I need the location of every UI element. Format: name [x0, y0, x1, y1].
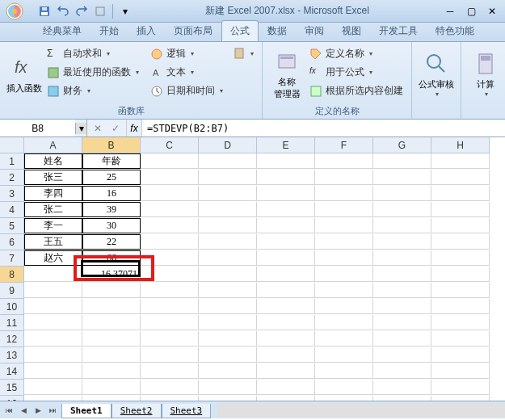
- cell[interactable]: [199, 363, 257, 379]
- financial-button[interactable]: 财务▾: [44, 82, 142, 99]
- cell[interactable]: [141, 153, 199, 169]
- cell[interactable]: [257, 153, 315, 169]
- cell[interactable]: [199, 186, 257, 201]
- cell[interactable]: [24, 396, 82, 401]
- tab-insert[interactable]: 插入: [128, 20, 165, 41]
- cell[interactable]: [199, 396, 257, 401]
- row-header-15[interactable]: 15: [0, 380, 24, 396]
- cell[interactable]: [315, 170, 373, 185]
- cell[interactable]: [141, 283, 199, 298]
- cell[interactable]: [315, 250, 373, 266]
- horizontal-scrollbar[interactable]: [217, 403, 505, 418]
- tab-dev[interactable]: 开发工具: [370, 20, 427, 41]
- row-header-6[interactable]: 6: [0, 234, 24, 250]
- cell[interactable]: [82, 315, 141, 330]
- save-icon[interactable]: [36, 2, 53, 20]
- tab-data[interactable]: 数据: [259, 20, 296, 41]
- sheet-tab-3[interactable]: Sheet3: [162, 404, 212, 418]
- row-header-2[interactable]: 2: [0, 170, 24, 186]
- cell[interactable]: [199, 218, 257, 233]
- select-all-corner[interactable]: [0, 137, 24, 153]
- cell[interactable]: [141, 331, 199, 346]
- cell-B8[interactable]: 16.37071: [82, 267, 141, 282]
- cell-B1[interactable]: 年龄: [82, 153, 141, 169]
- cell[interactable]: [431, 299, 490, 314]
- cell[interactable]: [257, 218, 315, 233]
- sheet-tab-1[interactable]: Sheet1: [61, 404, 112, 418]
- cell[interactable]: [199, 153, 257, 169]
- tab-layout[interactable]: 页面布局: [165, 20, 221, 41]
- tab-view[interactable]: 视图: [333, 20, 370, 41]
- cell-A3[interactable]: 李四: [24, 186, 82, 201]
- cell[interactable]: [257, 186, 315, 201]
- cell[interactable]: [82, 299, 141, 314]
- cell-B3[interactable]: 16: [82, 186, 141, 201]
- cell[interactable]: [141, 347, 199, 363]
- unknown-icon[interactable]: [91, 2, 109, 20]
- tab-formulas[interactable]: 公式: [221, 20, 259, 41]
- cell[interactable]: [257, 250, 315, 266]
- cell[interactable]: [199, 380, 257, 395]
- cell-A1[interactable]: 姓名: [24, 153, 82, 169]
- row-header-9[interactable]: 9: [0, 283, 24, 299]
- cell[interactable]: [141, 234, 199, 250]
- use-in-formula-button[interactable]: fx用于公式▾: [306, 64, 406, 81]
- cell[interactable]: [373, 363, 431, 379]
- cell[interactable]: [141, 202, 199, 217]
- cell[interactable]: [141, 363, 199, 379]
- office-button[interactable]: [3, 2, 32, 21]
- cell-B6[interactable]: 22: [82, 234, 141, 250]
- cell[interactable]: [199, 170, 257, 185]
- formula-audit-button[interactable]: 公式审核▾: [417, 45, 456, 103]
- cell[interactable]: [141, 380, 199, 395]
- cell[interactable]: [315, 218, 373, 233]
- cell[interactable]: [24, 363, 82, 379]
- recent-functions-button[interactable]: 最近使用的函数▾: [44, 64, 142, 81]
- cell[interactable]: [431, 396, 490, 401]
- cell[interactable]: [257, 299, 315, 314]
- cell[interactable]: [257, 363, 315, 379]
- row-header-13[interactable]: 13: [0, 347, 24, 363]
- cell[interactable]: [373, 347, 431, 363]
- cell[interactable]: [431, 315, 490, 330]
- cell[interactable]: [431, 186, 490, 201]
- row-header-14[interactable]: 14: [0, 363, 24, 380]
- cell[interactable]: [199, 234, 257, 250]
- cell[interactable]: [373, 283, 431, 298]
- cell[interactable]: [24, 331, 82, 346]
- more-functions-button[interactable]: ▾: [229, 45, 257, 61]
- fx-button[interactable]: fx: [126, 120, 142, 136]
- row-header-8[interactable]: 8: [0, 267, 24, 283]
- cell-B7[interactable]: 66: [82, 250, 141, 266]
- name-box-dropdown[interactable]: ▾: [75, 123, 86, 134]
- cell[interactable]: [431, 170, 490, 185]
- cell[interactable]: [315, 396, 373, 401]
- qat-dropdown-icon[interactable]: ▾: [116, 2, 134, 20]
- cancel-icon[interactable]: ✕: [90, 121, 105, 136]
- cell[interactable]: [315, 267, 373, 282]
- cell[interactable]: [431, 347, 490, 363]
- cell-B4[interactable]: 39: [82, 202, 141, 217]
- cell[interactable]: [257, 202, 315, 217]
- cell[interactable]: [373, 218, 431, 233]
- datetime-button[interactable]: 日期和时间▾: [147, 82, 226, 99]
- row-header-10[interactable]: 10: [0, 299, 24, 315]
- cell[interactable]: [257, 234, 315, 250]
- cell-A5[interactable]: 李一: [24, 218, 82, 233]
- row-header-4[interactable]: 4: [0, 202, 24, 218]
- cell[interactable]: [199, 299, 257, 314]
- cell[interactable]: [257, 331, 315, 346]
- autosum-button[interactable]: Σ自动求和▾: [44, 45, 142, 62]
- row-header-5[interactable]: 5: [0, 218, 24, 234]
- close-button[interactable]: ✕: [482, 4, 502, 19]
- tab-special[interactable]: 特色功能: [427, 20, 483, 41]
- cell[interactable]: [141, 299, 199, 314]
- create-from-selection-button[interactable]: 根据所选内容创建: [306, 82, 406, 99]
- cell[interactable]: [199, 250, 257, 266]
- cell[interactable]: [82, 363, 141, 379]
- row-header-16[interactable]: 16: [0, 396, 24, 401]
- tab-home[interactable]: 开始: [90, 20, 128, 41]
- sheet-first-icon[interactable]: ⏮: [2, 403, 16, 418]
- sheet-last-icon[interactable]: ⏭: [45, 403, 60, 418]
- cell[interactable]: [315, 331, 373, 346]
